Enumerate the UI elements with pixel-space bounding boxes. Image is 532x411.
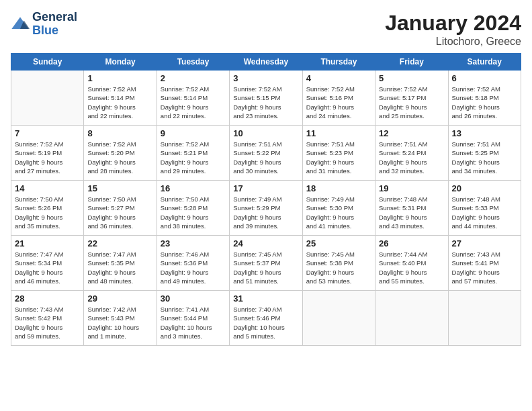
date-number: 10: [233, 128, 298, 138]
cell-content: Sunrise: 7:49 AM Sunset: 5:30 PM Dayligh…: [306, 195, 371, 230]
day-header-wednesday: Wednesday: [230, 54, 302, 71]
header-row: General Blue January 2024 Litochoro, Gre…: [11, 11, 521, 48]
calendar-cell: 29Sunrise: 7:42 AM Sunset: 5:43 PM Dayli…: [84, 291, 157, 346]
calendar-cell: 1Sunrise: 7:52 AM Sunset: 5:14 PM Daylig…: [84, 71, 157, 126]
calendar-cell: 7Sunrise: 7:52 AM Sunset: 5:19 PM Daylig…: [11, 126, 84, 181]
week-row-2: 7Sunrise: 7:52 AM Sunset: 5:19 PM Daylig…: [11, 126, 521, 181]
day-header-friday: Friday: [375, 54, 448, 71]
cell-content: Sunrise: 7:52 AM Sunset: 5:14 PM Dayligh…: [161, 85, 226, 120]
cell-content: Sunrise: 7:45 AM Sunset: 5:38 PM Dayligh…: [306, 250, 371, 285]
calendar-cell: 15Sunrise: 7:50 AM Sunset: 5:27 PM Dayli…: [84, 181, 157, 236]
week-row-4: 21Sunrise: 7:47 AM Sunset: 5:34 PM Dayli…: [11, 236, 521, 291]
calendar-table: SundayMondayTuesdayWednesdayThursdayFrid…: [11, 53, 521, 346]
logo-text: General Blue: [32, 11, 77, 38]
day-header-tuesday: Tuesday: [157, 54, 229, 71]
subtitle: Litochoro, Greece: [385, 36, 521, 48]
cell-content: Sunrise: 7:47 AM Sunset: 5:35 PM Dayligh…: [87, 250, 152, 285]
cell-content: Sunrise: 7:47 AM Sunset: 5:34 PM Dayligh…: [15, 250, 80, 285]
page-container: General Blue January 2024 Litochoro, Gre…: [0, 0, 532, 351]
cell-content: Sunrise: 7:51 AM Sunset: 5:22 PM Dayligh…: [233, 140, 298, 175]
calendar-cell: 22Sunrise: 7:47 AM Sunset: 5:35 PM Dayli…: [84, 236, 157, 291]
calendar-cell: 30Sunrise: 7:41 AM Sunset: 5:44 PM Dayli…: [157, 291, 229, 346]
calendar-cell: 26Sunrise: 7:44 AM Sunset: 5:40 PM Dayli…: [375, 236, 448, 291]
cell-content: Sunrise: 7:52 AM Sunset: 5:17 PM Dayligh…: [379, 85, 444, 120]
cell-content: Sunrise: 7:48 AM Sunset: 5:33 PM Dayligh…: [452, 195, 517, 230]
date-number: 21: [15, 238, 80, 248]
cell-content: Sunrise: 7:49 AM Sunset: 5:29 PM Dayligh…: [233, 195, 298, 230]
date-number: 12: [379, 128, 444, 138]
calendar-cell: [448, 291, 521, 346]
date-number: 25: [306, 238, 371, 248]
date-number: 15: [87, 183, 152, 193]
calendar-cell: 24Sunrise: 7:45 AM Sunset: 5:37 PM Dayli…: [230, 236, 302, 291]
cell-content: Sunrise: 7:50 AM Sunset: 5:28 PM Dayligh…: [161, 195, 226, 230]
cell-content: Sunrise: 7:52 AM Sunset: 5:14 PM Dayligh…: [87, 85, 152, 120]
date-number: 1: [87, 73, 152, 83]
date-number: 26: [379, 238, 444, 248]
calendar-cell: 9Sunrise: 7:52 AM Sunset: 5:21 PM Daylig…: [157, 126, 229, 181]
calendar-cell: 19Sunrise: 7:48 AM Sunset: 5:31 PM Dayli…: [375, 181, 448, 236]
date-number: 6: [452, 73, 517, 83]
date-number: 3: [233, 73, 298, 83]
cell-content: Sunrise: 7:43 AM Sunset: 5:42 PM Dayligh…: [15, 305, 80, 340]
calendar-cell: 21Sunrise: 7:47 AM Sunset: 5:34 PM Dayli…: [11, 236, 84, 291]
date-number: 27: [452, 238, 517, 248]
calendar-cell: 31Sunrise: 7:40 AM Sunset: 5:46 PM Dayli…: [230, 291, 302, 346]
calendar-cell: [302, 291, 375, 346]
cell-content: Sunrise: 7:52 AM Sunset: 5:21 PM Dayligh…: [161, 140, 226, 175]
date-number: 14: [15, 183, 80, 193]
date-number: 9: [161, 128, 226, 138]
calendar-cell: 11Sunrise: 7:51 AM Sunset: 5:23 PM Dayli…: [302, 126, 375, 181]
cell-content: Sunrise: 7:44 AM Sunset: 5:40 PM Dayligh…: [379, 250, 444, 285]
date-number: 2: [161, 73, 226, 83]
date-number: 29: [87, 293, 152, 304]
calendar-cell: 5Sunrise: 7:52 AM Sunset: 5:17 PM Daylig…: [375, 71, 448, 126]
date-number: 24: [233, 238, 298, 248]
title-block: January 2024 Litochoro, Greece: [385, 11, 521, 48]
date-number: 8: [87, 128, 152, 138]
calendar-cell: 20Sunrise: 7:48 AM Sunset: 5:33 PM Dayli…: [448, 181, 521, 236]
logo-general: General: [32, 11, 77, 24]
date-number: 7: [15, 128, 80, 138]
date-number: 28: [15, 293, 80, 304]
day-header-thursday: Thursday: [302, 54, 375, 71]
calendar-cell: [375, 291, 448, 346]
calendar-cell: 17Sunrise: 7:49 AM Sunset: 5:29 PM Dayli…: [230, 181, 302, 236]
header-row-days: SundayMondayTuesdayWednesdayThursdayFrid…: [11, 54, 521, 71]
calendar-cell: [11, 71, 84, 126]
cell-content: Sunrise: 7:52 AM Sunset: 5:15 PM Dayligh…: [233, 85, 298, 120]
date-number: 13: [452, 128, 517, 138]
week-row-5: 28Sunrise: 7:43 AM Sunset: 5:42 PM Dayli…: [11, 291, 521, 346]
cell-content: Sunrise: 7:40 AM Sunset: 5:46 PM Dayligh…: [233, 305, 298, 340]
day-header-sunday: Sunday: [11, 54, 84, 71]
logo-icon: [11, 15, 30, 34]
date-number: 4: [306, 73, 371, 83]
cell-content: Sunrise: 7:52 AM Sunset: 5:20 PM Dayligh…: [87, 140, 152, 175]
date-number: 20: [452, 183, 517, 193]
cell-content: Sunrise: 7:45 AM Sunset: 5:37 PM Dayligh…: [233, 250, 298, 285]
calendar-cell: 25Sunrise: 7:45 AM Sunset: 5:38 PM Dayli…: [302, 236, 375, 291]
date-number: 5: [379, 73, 444, 83]
calendar-cell: 16Sunrise: 7:50 AM Sunset: 5:28 PM Dayli…: [157, 181, 229, 236]
calendar-cell: 10Sunrise: 7:51 AM Sunset: 5:22 PM Dayli…: [230, 126, 302, 181]
cell-content: Sunrise: 7:51 AM Sunset: 5:24 PM Dayligh…: [379, 140, 444, 175]
cell-content: Sunrise: 7:48 AM Sunset: 5:31 PM Dayligh…: [379, 195, 444, 230]
date-number: 11: [306, 128, 371, 138]
day-header-saturday: Saturday: [448, 54, 521, 71]
date-number: 23: [161, 238, 226, 248]
cell-content: Sunrise: 7:51 AM Sunset: 5:25 PM Dayligh…: [452, 140, 517, 175]
calendar-cell: 23Sunrise: 7:46 AM Sunset: 5:36 PM Dayli…: [157, 236, 229, 291]
cell-content: Sunrise: 7:41 AM Sunset: 5:44 PM Dayligh…: [161, 305, 226, 340]
cell-content: Sunrise: 7:50 AM Sunset: 5:26 PM Dayligh…: [15, 195, 80, 230]
calendar-cell: 28Sunrise: 7:43 AM Sunset: 5:42 PM Dayli…: [11, 291, 84, 346]
cell-content: Sunrise: 7:42 AM Sunset: 5:43 PM Dayligh…: [87, 305, 152, 340]
week-row-1: 1Sunrise: 7:52 AM Sunset: 5:14 PM Daylig…: [11, 71, 521, 126]
date-number: 17: [233, 183, 298, 193]
logo-blue: Blue: [32, 24, 77, 38]
calendar-cell: 2Sunrise: 7:52 AM Sunset: 5:14 PM Daylig…: [157, 71, 229, 126]
calendar-cell: 18Sunrise: 7:49 AM Sunset: 5:30 PM Dayli…: [302, 181, 375, 236]
week-row-3: 14Sunrise: 7:50 AM Sunset: 5:26 PM Dayli…: [11, 181, 521, 236]
cell-content: Sunrise: 7:52 AM Sunset: 5:19 PM Dayligh…: [15, 140, 80, 175]
calendar-cell: 3Sunrise: 7:52 AM Sunset: 5:15 PM Daylig…: [230, 71, 302, 126]
date-number: 16: [161, 183, 226, 193]
